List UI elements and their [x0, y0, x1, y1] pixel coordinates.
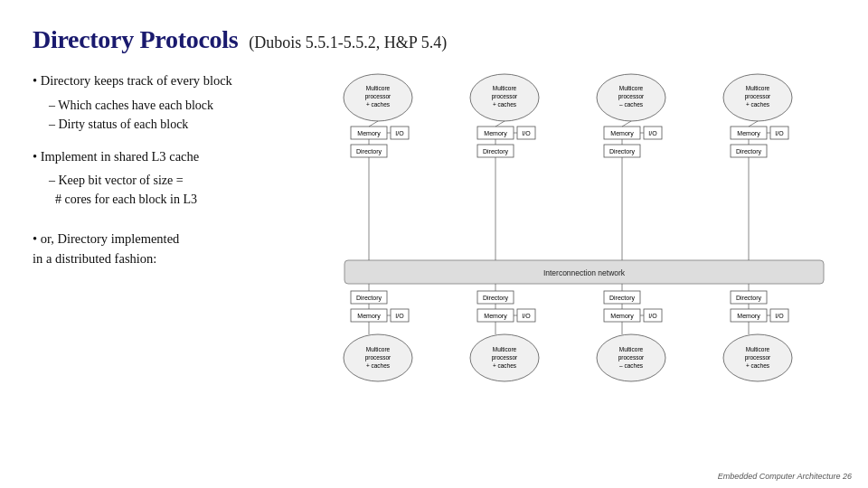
svg-text:Multicore: Multicore	[619, 85, 644, 91]
svg-text:I/O: I/O	[648, 130, 657, 136]
svg-text:– caches: – caches	[619, 101, 644, 108]
svg-text:+ caches: + caches	[746, 101, 770, 108]
svg-text:Memory: Memory	[610, 313, 634, 320]
svg-text:I/O: I/O	[648, 313, 657, 319]
svg-text:processor: processor	[745, 93, 771, 100]
svg-text:Interconnection network: Interconnection network	[543, 268, 626, 277]
svg-line-23	[495, 121, 505, 127]
svg-text:processor: processor	[745, 354, 771, 361]
svg-text:Memory: Memory	[737, 313, 760, 320]
diagram-svg: Multicore processor + caches Memory I/O …	[331, 70, 855, 468]
diagram-column: Multicore processor + caches Memory I/O …	[331, 70, 855, 472]
svg-text:+ caches: + caches	[366, 362, 391, 369]
svg-text:I/O: I/O	[522, 313, 531, 319]
svg-text:I/O: I/O	[522, 130, 531, 136]
content-area: • Directory keeps track of every block –…	[33, 70, 835, 472]
svg-text:I/O: I/O	[395, 313, 404, 319]
svg-text:Multicore: Multicore	[619, 346, 644, 352]
svg-text:Multicore: Multicore	[366, 85, 391, 91]
svg-text:– caches: – caches	[619, 362, 644, 369]
svg-text:Multicore: Multicore	[746, 346, 770, 352]
svg-text:Memory: Memory	[737, 130, 760, 137]
svg-text:processor: processor	[492, 354, 518, 361]
text-column: • Directory keeps track of every block –…	[33, 70, 313, 269]
svg-text:I/O: I/O	[775, 130, 784, 136]
bullet-1: • Directory keeps track of every block	[33, 70, 313, 90]
svg-text:processor: processor	[492, 93, 518, 100]
sub-bullet-2-2: # cores for each block in L3	[33, 190, 313, 209]
svg-text:Multicore: Multicore	[493, 85, 517, 91]
svg-text:Memory: Memory	[357, 130, 381, 137]
sub-bullet-1-1: – Which caches have each block	[33, 96, 313, 115]
svg-text:Memory: Memory	[484, 130, 507, 137]
title-sub: (Dubois 5.5.1-5.5.2, H&P 5.4)	[249, 33, 447, 52]
svg-text:Multicore: Multicore	[366, 346, 391, 352]
svg-text:processor: processor	[365, 93, 392, 100]
svg-text:Directory: Directory	[609, 148, 636, 155]
title-area: Directory Protocols (Dubois 5.5.1-5.5.2,…	[33, 25, 835, 54]
title-main: Directory Protocols	[33, 25, 238, 54]
svg-text:I/O: I/O	[395, 130, 404, 136]
svg-text:processor: processor	[618, 93, 645, 100]
slide: Directory Protocols (Dubois 5.5.1-5.5.2,…	[0, 0, 868, 488]
svg-text:+ caches: + caches	[366, 101, 391, 108]
svg-text:Directory: Directory	[356, 148, 382, 155]
svg-text:Memory: Memory	[357, 313, 381, 320]
footer-text: Embedded Computer Architecture 26	[718, 472, 852, 481]
svg-text:Directory: Directory	[356, 295, 382, 302]
svg-text:Memory: Memory	[610, 130, 634, 137]
svg-line-10	[369, 121, 378, 127]
svg-text:Directory: Directory	[483, 295, 509, 302]
svg-text:Multicore: Multicore	[493, 346, 517, 352]
sub-bullet-1-2: – Dirty status of each block	[33, 115, 313, 134]
svg-text:Directory: Directory	[736, 295, 762, 302]
svg-text:Directory: Directory	[609, 295, 636, 302]
svg-text:Memory: Memory	[484, 313, 507, 320]
svg-text:+ caches: + caches	[493, 362, 517, 369]
bullet-3: • or, Directory implementedin a distribu…	[33, 229, 313, 269]
svg-text:processor: processor	[365, 354, 392, 361]
svg-text:+ caches: + caches	[493, 101, 517, 108]
svg-line-49	[749, 121, 758, 127]
svg-text:Directory: Directory	[483, 148, 509, 155]
svg-line-36	[622, 121, 631, 127]
sub-bullet-2-1: – Keep bit vector of size =	[33, 171, 313, 190]
svg-text:processor: processor	[618, 354, 645, 361]
svg-text:I/O: I/O	[775, 313, 784, 319]
bullet-2: • Implement in shared L3 cache	[33, 146, 313, 166]
svg-text:Directory: Directory	[736, 148, 762, 155]
svg-text:Multicore: Multicore	[746, 85, 770, 91]
svg-text:+ caches: + caches	[746, 362, 770, 369]
